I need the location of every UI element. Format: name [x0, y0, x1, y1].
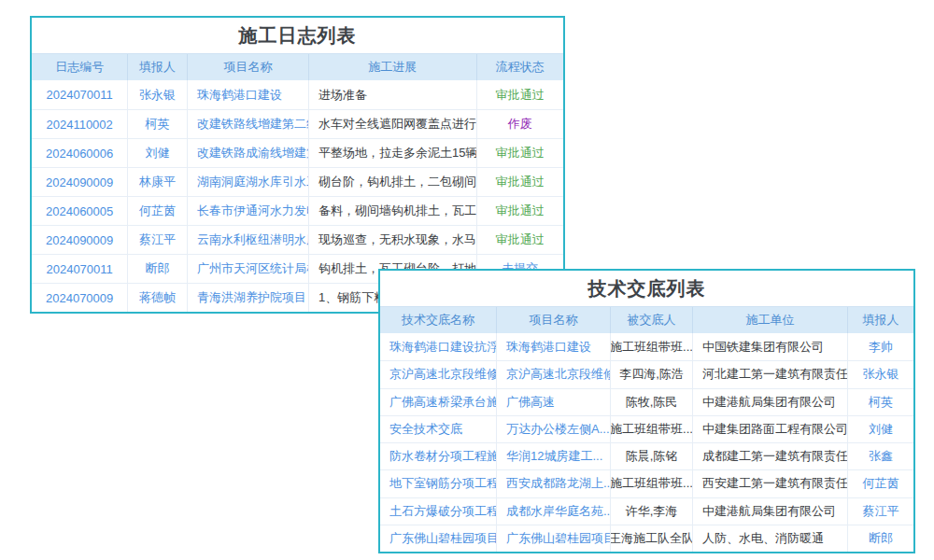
- cell-link[interactable]: 柯英: [128, 110, 188, 138]
- cell-text: 人防、水电、消防暖通: [693, 525, 848, 552]
- cell-link[interactable]: 地下室钢筋分项工程...: [380, 470, 497, 497]
- cell-text: 水车对全线遮阳网覆盖点进行...: [309, 110, 477, 138]
- cell-link[interactable]: 蔡江平: [848, 498, 913, 525]
- cell-text: 现场巡查，无积水现象，水马...: [309, 226, 477, 254]
- column-header: 被交底人: [611, 307, 693, 333]
- cell-text: 施工班组带班...: [611, 333, 693, 360]
- table-header-row: 技术交底名称项目名称被交底人施工单位填报人: [380, 306, 913, 333]
- cell-link[interactable]: 珠海鹤港口建设: [497, 333, 611, 360]
- cell-link[interactable]: 张永银: [128, 80, 188, 109]
- cell-text: 许华,李海: [611, 498, 693, 525]
- column-header: 施工进展: [309, 54, 477, 80]
- cell-link[interactable]: 京沪高速北京段维修: [497, 361, 611, 387]
- cell-link[interactable]: 蔡江平: [128, 226, 188, 254]
- cell-link[interactable]: 2024070011: [32, 255, 128, 283]
- cell-link[interactable]: 珠海鹤港口建设: [188, 80, 309, 109]
- cell-link[interactable]: 湖南洞庭湖水库引水工程...: [188, 168, 309, 196]
- table-row: 2024110002柯英改建铁路线增建第二线直...水车对全线遮阳网覆盖点进行.…: [32, 109, 563, 138]
- column-header: 填报人: [128, 54, 188, 80]
- cell-link[interactable]: 青海洪湖养护院项目: [188, 284, 309, 312]
- cell-link[interactable]: 安全技术交底: [380, 416, 497, 442]
- cell-text: 中建港航局集团有限公司: [693, 389, 848, 415]
- cell-link[interactable]: 广州市天河区统计局机房...: [188, 255, 309, 283]
- table-row: 2024090009蔡江平云南水利枢纽潜明水库一...现场巡查，无积水现象，水马…: [32, 225, 563, 254]
- cell-link[interactable]: 蒋德帧: [128, 284, 188, 312]
- cell-link[interactable]: 何芷茵: [848, 470, 913, 497]
- column-header: 项目名称: [497, 307, 611, 333]
- cell-link[interactable]: 李帅: [848, 333, 913, 360]
- table-row: 京沪高速北京段维修...京沪高速北京段维修李四海,陈浩河北建工第一建筑有限责任公…: [380, 360, 913, 387]
- cell-link[interactable]: 2024090009: [32, 226, 128, 254]
- cell-link[interactable]: 林康平: [128, 168, 188, 196]
- cell-link[interactable]: 京沪高速北京段维修...: [380, 361, 497, 387]
- cell-text: 王海施工队全队: [611, 525, 693, 552]
- cell-link[interactable]: 广东佛山碧桂园项目...: [380, 525, 497, 552]
- cell-link[interactable]: 2024060005: [32, 197, 128, 225]
- column-header: 施工单位: [693, 307, 848, 333]
- cell-link[interactable]: 成都水岸华庭名苑...: [497, 498, 611, 525]
- table-row: 安全技术交底万达办公楼左侧A...施工班组带班...中建集团路面工程有限公司刘健: [380, 415, 913, 442]
- cell-link[interactable]: 何芷茵: [128, 197, 188, 225]
- column-header: 填报人: [848, 307, 913, 333]
- cell-text: 陈牧,陈民: [611, 389, 693, 415]
- cell-text: 河北建工第一建筑有限责任公司: [693, 361, 848, 387]
- cell-text: 中建港航局集团有限公司: [693, 498, 848, 525]
- cell-link[interactable]: 2024090009: [32, 168, 128, 196]
- cell-link[interactable]: 改建铁路成渝线增建第二...: [188, 139, 309, 167]
- status-badge: 审批通过: [477, 139, 563, 167]
- table-row: 地下室钢筋分项工程...西安成都路龙湖上...施工班组带班...西安建工第一建筑…: [380, 469, 913, 497]
- status-badge: 作废: [477, 110, 563, 138]
- cell-text: 备料，砌间墙钩机排土，瓦工...: [309, 197, 477, 225]
- cell-link[interactable]: 2024110002: [32, 110, 128, 138]
- cell-link[interactable]: 柯英: [848, 389, 913, 415]
- cell-link[interactable]: 云南水利枢纽潜明水库一...: [188, 226, 309, 254]
- cell-link[interactable]: 土石方爆破分项工程...: [380, 498, 497, 525]
- cell-link[interactable]: 长春市伊通河水力发电厂...: [188, 197, 309, 225]
- page: 施工日志列表 日志编号填报人项目名称施工进展流程状态 2024070011张永银…: [0, 0, 934, 560]
- cell-link[interactable]: 珠海鹤港口建设抗浮...: [380, 333, 497, 360]
- cell-link[interactable]: 刘健: [848, 416, 913, 442]
- table-row: 珠海鹤港口建设抗浮...珠海鹤港口建设施工班组带班...中国铁建集团有限公司李帅: [380, 333, 913, 360]
- cell-text: 李四海,陈浩: [611, 361, 693, 387]
- table-row: 2024090009林康平湖南洞庭湖水库引水工程...砌台阶，钩机排土，二包砌间…: [32, 167, 563, 196]
- cell-link[interactable]: 万达办公楼左侧A...: [497, 416, 611, 442]
- table-row: 广东佛山碧桂园项目...广东佛山碧桂园项目王海施工队全队人防、水电、消防暖通断郎: [380, 525, 913, 552]
- status-badge: 审批通过: [477, 226, 563, 254]
- cell-text: 砌台阶，钩机排土，二包砌间...: [309, 168, 477, 196]
- cell-link[interactable]: 断郎: [848, 525, 913, 552]
- table-row: 2024060005何芷茵长春市伊通河水力发电厂...备料，砌间墙钩机排土，瓦工…: [32, 196, 563, 225]
- status-badge: 审批通过: [477, 197, 563, 225]
- cell-text: 施工班组带班...: [611, 470, 693, 497]
- column-header: 日志编号: [32, 54, 128, 80]
- cell-link[interactable]: 断郎: [128, 255, 188, 283]
- cell-link[interactable]: 防水卷材分项工程施...: [380, 443, 497, 469]
- table-row: 防水卷材分项工程施...华润12城房建工...陈晨,陈铭成都建工第一建筑有限责任…: [380, 442, 913, 469]
- cell-text: 西安建工第一建筑有限责任公司: [693, 470, 848, 497]
- construction-log-title: 施工日志列表: [32, 18, 563, 53]
- table-header-row: 日志编号填报人项目名称施工进展流程状态: [32, 53, 563, 80]
- cell-text: 陈晨,陈铭: [611, 443, 693, 469]
- tech-disclosure-card: 技术交底列表 技术交底名称项目名称被交底人施工单位填报人 珠海鹤港口建设抗浮..…: [378, 269, 915, 553]
- table-body: 珠海鹤港口建设抗浮...珠海鹤港口建设施工班组带班...中国铁建集团有限公司李帅…: [380, 333, 913, 552]
- cell-link[interactable]: 改建铁路线增建第二线直...: [188, 110, 309, 138]
- cell-link[interactable]: 西安成都路龙湖上...: [497, 470, 611, 497]
- cell-text: 进场准备: [309, 80, 477, 109]
- cell-text: 中建集团路面工程有限公司: [693, 416, 848, 442]
- cell-link[interactable]: 2024060006: [32, 139, 128, 167]
- cell-link[interactable]: 刘健: [128, 139, 188, 167]
- cell-link[interactable]: 2024070009: [32, 284, 128, 312]
- cell-text: 平整场地，拉走多余泥土15辆...: [309, 139, 477, 167]
- column-header: 项目名称: [188, 54, 309, 80]
- cell-link[interactable]: 广东佛山碧桂园项目: [497, 525, 611, 552]
- cell-link[interactable]: 张永银: [848, 361, 913, 387]
- cell-link[interactable]: 广佛高速桥梁承台施...: [380, 389, 497, 415]
- table-row: 土石方爆破分项工程...成都水岸华庭名苑...许华,李海中建港航局集团有限公司蔡…: [380, 497, 913, 525]
- column-header: 流程状态: [477, 54, 563, 80]
- table-row: 2024060006刘健改建铁路成渝线增建第二...平整场地，拉走多余泥土15辆…: [32, 138, 563, 167]
- cell-link[interactable]: 张鑫: [848, 443, 913, 469]
- cell-link[interactable]: 广佛高速: [497, 389, 611, 415]
- cell-text: 成都建工第一建筑有限责任公司: [693, 443, 848, 469]
- cell-link[interactable]: 2024070011: [32, 80, 128, 109]
- tech-disclosure-title: 技术交底列表: [380, 271, 913, 306]
- cell-link[interactable]: 华润12城房建工...: [497, 443, 611, 469]
